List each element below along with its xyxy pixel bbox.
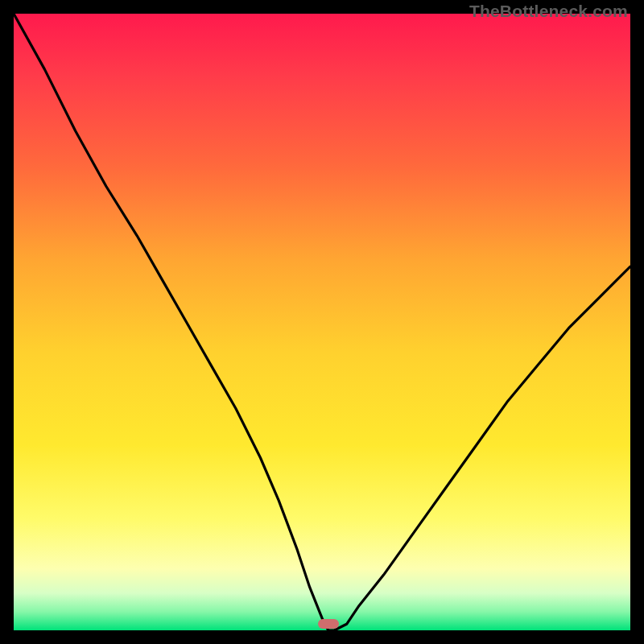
bottleneck-curve bbox=[14, 14, 630, 630]
chart-frame: TheBottleneck.com bbox=[0, 0, 644, 644]
watermark-text: TheBottleneck.com bbox=[469, 2, 628, 21]
optimum-marker bbox=[318, 619, 339, 629]
plot-area bbox=[14, 14, 630, 630]
